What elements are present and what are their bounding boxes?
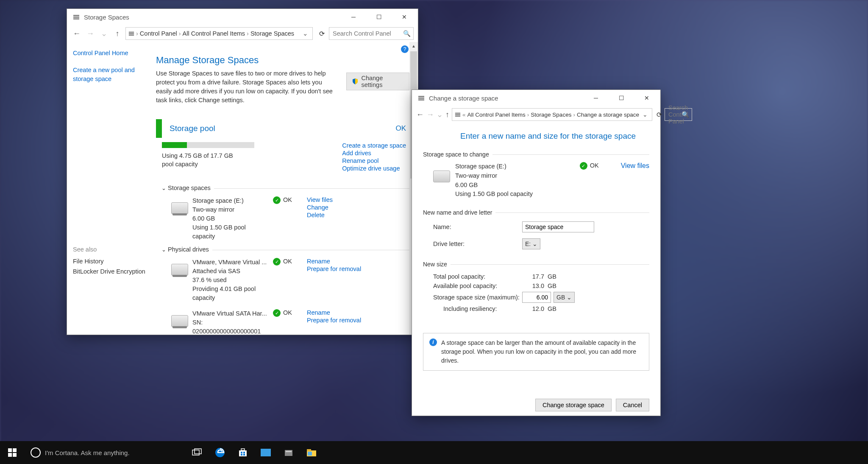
link-optimize[interactable]: Optimize drive usage — [342, 165, 406, 172]
chevron-down-icon[interactable]: ⌄ — [301, 30, 310, 37]
search-input[interactable]: Search Control Panel 🔍 — [329, 27, 414, 40]
drive-icon — [171, 202, 188, 214]
info-icon: i — [429, 338, 437, 346]
link-prepare-removal[interactable]: Prepare for removal — [307, 317, 361, 324]
change-storage-space-window: Change a storage space ─ ☐ ✕ ← → ⌄ ↑ « A… — [412, 89, 661, 416]
svg-rect-6 — [418, 96, 424, 97]
refresh-icon[interactable]: ⟳ — [317, 29, 326, 38]
sidebar-file-history[interactable]: File History — [73, 256, 150, 266]
svg-rect-13 — [13, 448, 17, 452]
task-view-icon[interactable] — [186, 441, 209, 464]
link-rename-pool[interactable]: Rename pool — [342, 157, 406, 164]
taskbar-app-icon[interactable] — [254, 441, 277, 464]
expander-drives[interactable]: ⌄ Physical drives — [159, 244, 418, 254]
ok-icon: ✓ — [273, 258, 281, 266]
link-view-files[interactable]: View files — [621, 162, 649, 170]
search-icon: 🔍 — [403, 30, 411, 37]
size-unit-select[interactable]: GB⌄ — [554, 292, 575, 303]
nav-up-icon[interactable]: ↑ — [445, 109, 449, 120]
chevron-down-icon[interactable]: ⌄ — [641, 111, 649, 118]
svg-rect-16 — [192, 450, 199, 455]
sidebar-bitlocker[interactable]: BitLocker Drive Encryption — [73, 266, 150, 277]
maximize-button[interactable]: ☐ — [609, 90, 634, 106]
svg-rect-20 — [241, 449, 245, 450]
taskbar-app-icon[interactable] — [277, 441, 300, 464]
link-rename[interactable]: Rename — [307, 309, 361, 316]
edge-icon[interactable] — [209, 441, 231, 464]
change-storage-space-button[interactable]: Change storage space — [535, 399, 612, 411]
name-label: Name: — [433, 224, 522, 230]
explorer-icon[interactable] — [300, 441, 323, 464]
minimize-button[interactable]: ─ — [583, 90, 609, 106]
cortana-search[interactable]: I'm Cortana. Ask me anything. — [25, 443, 186, 462]
usage-text: Using 4.75 GB of 17.7 GB pool capacity — [162, 151, 238, 169]
nav-back-icon[interactable]: ← — [71, 28, 82, 39]
svg-rect-12 — [8, 448, 12, 452]
info-box: i A storage space can be larger than the… — [423, 333, 649, 371]
nav-recent-icon[interactable]: ⌄ — [437, 109, 443, 120]
name-input[interactable] — [522, 221, 594, 232]
maximize-button[interactable]: ☐ — [366, 9, 392, 25]
close-button[interactable]: ✕ — [634, 90, 659, 106]
chevron-down-icon: ⌄ — [159, 246, 168, 253]
drive-letter-select[interactable]: E:⌄ — [522, 238, 540, 249]
change-settings-button[interactable]: Change settings — [346, 73, 409, 90]
storage-space-row: Storage space (E:) Two-way mirror 6.00 G… — [159, 193, 418, 244]
storage-icon — [417, 94, 426, 102]
link-create-space[interactable]: Create a storage space — [342, 142, 406, 149]
link-add-drives[interactable]: Add drives — [342, 150, 406, 157]
chevron-down-icon: ⌄ — [159, 185, 168, 191]
chevron-down-icon: ⌄ — [567, 294, 572, 301]
ok-icon: ✓ — [273, 309, 281, 317]
pool-header[interactable]: Storage pool OK — [156, 119, 418, 138]
svg-rect-10 — [455, 114, 460, 115]
expander-spaces[interactable]: ⌄ Storage spaces — [159, 183, 418, 193]
titlebar[interactable]: Storage Spaces ─ ☐ ✕ — [67, 9, 418, 25]
start-button[interactable] — [0, 441, 25, 464]
taskbar[interactable]: I'm Cortana. Ask me anything. — [0, 441, 868, 464]
cancel-button[interactable]: Cancel — [616, 399, 649, 411]
ok-icon: ✓ — [273, 196, 281, 204]
sidebar: Control Panel Home Create a new pool and… — [67, 42, 156, 335]
svg-rect-24 — [243, 454, 245, 456]
breadcrumb[interactable]: « All Control Panel Items› Storage Space… — [452, 108, 652, 121]
nav-up-icon[interactable]: ↑ — [112, 28, 123, 39]
drive-letter-label: Drive letter: — [433, 240, 522, 247]
breadcrumb[interactable]: › Control Panel› All Control Panel Items… — [125, 27, 313, 40]
scroll-up-icon[interactable]: ▲ — [409, 42, 418, 50]
search-icon: 🔍 — [682, 111, 689, 118]
svg-rect-2 — [73, 18, 79, 20]
link-view-files[interactable]: View files — [307, 196, 333, 203]
nav-recent-icon[interactable]: ⌄ — [98, 28, 109, 39]
svg-rect-21 — [241, 452, 242, 453]
store-icon[interactable] — [231, 441, 254, 464]
nav-row: ← → ⌄ ↑ › Control Panel› All Control Pan… — [67, 25, 418, 42]
drive-icon — [433, 171, 450, 182]
search-input[interactable]: Search Control Panel 🔍 — [665, 108, 692, 121]
drive-row: VMware, VMware Virtual ... Attached via … — [159, 254, 418, 306]
link-change[interactable]: Change — [307, 204, 333, 211]
svg-rect-19 — [239, 450, 247, 456]
link-rename[interactable]: Rename — [307, 258, 361, 265]
svg-rect-4 — [129, 33, 134, 34]
titlebar[interactable]: Change a storage space ─ ☐ ✕ — [412, 90, 660, 106]
sidebar-new-pool[interactable]: Create a new pool and storage space — [73, 64, 150, 85]
drive-icon — [171, 264, 188, 276]
page-title: Enter a new name and size for the storag… — [423, 127, 649, 148]
help-icon[interactable]: ? — [401, 45, 409, 53]
link-prepare-removal[interactable]: Prepare for removal — [307, 266, 361, 272]
nav-back-icon[interactable]: ← — [416, 109, 424, 120]
close-button[interactable]: ✕ — [392, 9, 417, 25]
svg-rect-11 — [455, 116, 460, 117]
nav-forward-icon: → — [426, 109, 434, 120]
minimize-button[interactable]: ─ — [341, 9, 366, 25]
sidebar-home[interactable]: Control Panel Home — [73, 47, 150, 59]
link-delete[interactable]: Delete — [307, 212, 333, 218]
svg-rect-29 — [307, 449, 311, 451]
max-size-input[interactable] — [522, 292, 551, 303]
refresh-icon[interactable]: ⟳ — [657, 110, 662, 119]
status-bar — [156, 119, 162, 138]
drive-icon — [171, 315, 188, 327]
cortana-icon — [31, 447, 41, 458]
svg-rect-1 — [73, 17, 79, 18]
